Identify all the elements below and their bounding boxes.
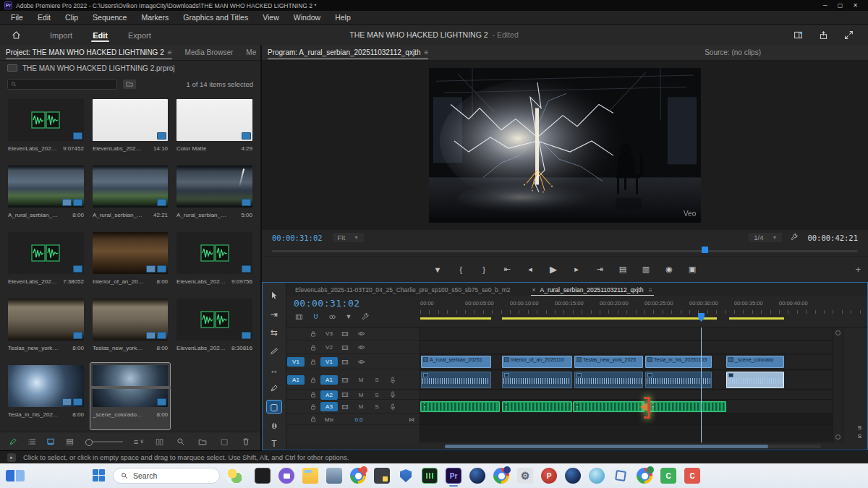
snap-icon[interactable] [310, 312, 320, 322]
video-clip-teslas-new-york-2025[interactable]: Teslas_new_york_2025 [574, 356, 643, 368]
toggle-track-output-icon[interactable] [353, 343, 369, 351]
search-input[interactable] [20, 80, 114, 88]
track-target-v1[interactable]: V1 [321, 357, 337, 367]
quick-export-icon[interactable] [819, 30, 828, 40]
app-icon-red-c[interactable]: C [684, 468, 700, 484]
menu-help[interactable]: Help [328, 12, 357, 23]
program-scrubber[interactable] [262, 245, 868, 256]
add-marker-icon[interactable]: ▼ [344, 312, 354, 322]
bin-scrollbar[interactable] [90, 386, 171, 389]
mode-tab-import[interactable]: Import [41, 27, 81, 43]
audio-clip-a1-5[interactable] [726, 372, 784, 388]
lift-button[interactable]: ▤ [613, 262, 632, 278]
app-icon-monitor[interactable] [326, 468, 342, 484]
app-icon-green-c[interactable]: C [660, 468, 676, 484]
bin-item-elevenlabs-2025[interactable]: ElevenLabs_2025-...9:09756 [174, 230, 255, 296]
app-icon-orb-2[interactable] [565, 468, 581, 484]
mute-button[interactable]: M [353, 377, 369, 383]
source-patch-v1[interactable]: V1 [287, 357, 305, 367]
tab-source[interactable]: Source: (no clips) [705, 46, 761, 59]
new-item-icon[interactable]: ▢ [218, 436, 230, 448]
type-tool[interactable]: T [267, 438, 281, 450]
toggle-track-output-icon[interactable] [353, 358, 369, 366]
file-explorer-icon[interactable] [302, 468, 318, 484]
snipping-tool-icon[interactable] [613, 468, 629, 484]
solo-button[interactable]: S [369, 403, 385, 410]
sync-lock-icon[interactable] [337, 377, 353, 384]
bin-item-elevenlabs-2025-11[interactable]: ElevenLabs_2025-11-...14:10 [90, 97, 170, 163]
menu-window[interactable]: Window [287, 12, 327, 23]
home-icon[interactable] [12, 30, 21, 40]
mute-button[interactable]: M [353, 403, 369, 410]
workspace-icon[interactable] [793, 30, 803, 40]
app-icon-gray-yellow[interactable] [374, 468, 390, 484]
audio-clip-a3-4[interactable] [649, 401, 726, 412]
timeline-ruler[interactable]: 00:0000:00:05:0000:00:10:0000:00:15:0000… [420, 296, 867, 327]
audio-clip-a3-2[interactable] [502, 401, 572, 412]
zoom-slider[interactable] [85, 441, 123, 442]
track-lane-v1[interactable]: A_rural_serbian_20251Interior_of_an_2025… [420, 355, 833, 369]
premiere-pro-icon[interactable]: Pr [446, 468, 461, 484]
nest-icon[interactable] [294, 312, 304, 322]
track-target-a2[interactable]: A2 [321, 390, 337, 400]
taskbar-search[interactable]: Search [113, 468, 220, 484]
comparison-view-button[interactable]: ▣ [683, 262, 702, 278]
app-icon-black-square[interactable] [255, 468, 271, 484]
go-to-out-button[interactable]: ⇥ [590, 262, 609, 278]
bin-item-elevenlabs-2025[interactable]: ElevenLabs_2025-...7:38052 [6, 230, 86, 296]
add-marker-button[interactable]: ▼ [428, 262, 447, 278]
bin-item-a-rural-serbian-202[interactable]: A_rural_serbian_202...42:21 [90, 163, 170, 230]
bin-item-teslas-new-york-202[interactable]: Teslas_new_york_202...8:00 [6, 296, 86, 363]
lock-icon[interactable] [305, 344, 321, 351]
audio-clip-a1-1[interactable] [421, 372, 491, 388]
video-clip-tesla-in-his-20251103[interactable]: Tesla_in_his_20251103 [645, 356, 712, 368]
sync-lock-icon[interactable] [337, 403, 353, 411]
weather-icon[interactable] [227, 468, 242, 483]
track-lane-v3[interactable] [420, 328, 833, 341]
track-select-forward-tool[interactable]: ⇥ [267, 309, 281, 321]
source-patch-a1[interactable]: A1 [287, 375, 305, 385]
sync-lock-icon[interactable] [337, 391, 353, 398]
new-bin-icon[interactable] [197, 436, 208, 448]
automate-to-sequence-icon[interactable]: ▯▯ [153, 436, 165, 448]
program-timecode[interactable]: 00:00:31:02 [272, 234, 323, 242]
export-frame-button[interactable]: ◉ [660, 262, 678, 278]
lock-icon[interactable] [305, 377, 321, 384]
button-editor-plus[interactable]: + [855, 264, 861, 275]
video-clip-scene-colorado[interactable]: _scene_colorado [726, 356, 784, 368]
extract-button[interactable]: ▥ [637, 262, 655, 278]
go-to-in-button[interactable]: ⇤ [498, 262, 516, 278]
lock-icon[interactable] [305, 403, 321, 411]
browser-icon-3[interactable] [637, 468, 652, 484]
timeline-tab-active[interactable]: ×A_rural_serbian_202511032112_qxjth ≡ [531, 284, 654, 296]
panel-menu-icon[interactable]: ≡ [168, 48, 172, 56]
track-lane-v2[interactable] [420, 341, 833, 354]
edit-pencil-icon[interactable] [9, 436, 18, 448]
lock-icon[interactable] [305, 330, 321, 338]
start-button[interactable] [93, 469, 106, 482]
lock-icon[interactable] [305, 391, 321, 398]
project-file-row[interactable]: THE MAN WHO HACKED LIGHTNING 2.prproj [0, 61, 260, 75]
bin-item-tesla-in-his-2025110[interactable]: Tesla_in_his_2025110...8:00 [6, 363, 86, 429]
timeline-timecode[interactable]: 00:00:31:02 [294, 298, 420, 309]
app-icon-retro-green[interactable] [422, 468, 438, 484]
program-settings-wrench-icon[interactable] [791, 234, 799, 241]
track-lane-a3[interactable] [420, 401, 833, 414]
program-video-frame[interactable]: Veo [429, 68, 701, 223]
track-lane-a1[interactable] [420, 371, 833, 390]
bin-item-a-rural-serbian-2025[interactable]: A_rural_serbian_2025...8:00 [6, 163, 86, 230]
step-back-button[interactable]: ◂ [521, 262, 540, 278]
playhead-marker[interactable] [698, 313, 705, 322]
audio-clip-a1-4[interactable] [645, 372, 712, 388]
minimize-button[interactable]: ─ [823, 2, 827, 9]
close-tab-icon[interactable]: × [532, 286, 536, 294]
track-target-v2[interactable]: V2 [321, 343, 337, 352]
track-target-v3[interactable]: V3 [321, 329, 337, 338]
pen-tool[interactable] [267, 382, 281, 395]
lock-icon[interactable] [305, 359, 321, 366]
bin-item-color-matte[interactable]: Color Matte4:29 [174, 97, 255, 163]
audio-clip-a3-3[interactable] [573, 401, 644, 412]
menu-edit[interactable]: Edit [31, 12, 57, 23]
track-lane-a2[interactable] [420, 390, 833, 400]
menu-file[interactable]: File [4, 12, 30, 23]
